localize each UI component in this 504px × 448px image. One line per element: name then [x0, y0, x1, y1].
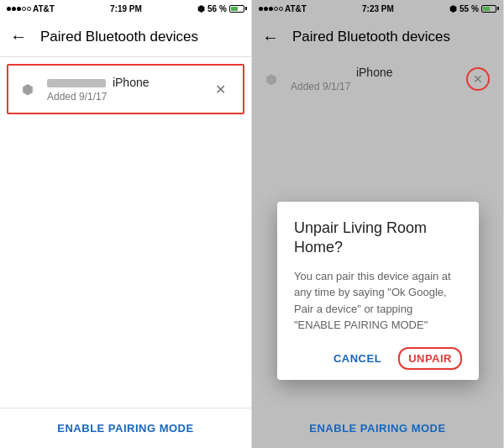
time-right: 7:23 PM	[362, 4, 394, 13]
device-name-blurred-right	[291, 69, 349, 77]
device-item-left[interactable]: ⬢ iPhone Added 9/1/17 ✕	[7, 64, 244, 114]
footer-left: ENABLE PAIRING MODE	[0, 408, 251, 448]
rdot5	[279, 7, 283, 11]
battery-fill-right	[483, 7, 490, 11]
battery-icon-left	[229, 5, 244, 13]
battery-icon-right	[481, 5, 496, 13]
dialog-title: Unpair Living Room Home?	[294, 219, 462, 258]
rdot3	[269, 7, 273, 11]
device-added-right: Added 9/1/17	[291, 81, 466, 92]
device-info-left: iPhone Added 9/1/17	[47, 76, 212, 103]
status-bar-left: AT&T 7:19 PM ⬢ 56%	[0, 0, 251, 17]
cancel-button[interactable]: CANCEL	[330, 349, 385, 368]
dot2	[12, 7, 16, 11]
dot3	[17, 7, 21, 11]
content-left: ⬢ iPhone Added 9/1/17 ✕	[0, 57, 251, 408]
dot4	[22, 7, 26, 11]
device-added-left: Added 9/1/17	[47, 91, 212, 103]
status-right-carrier: AT&T	[259, 4, 307, 13]
bluetooth-status-icon: ⬢	[197, 4, 205, 13]
status-icons-right: ⬢ 55%	[449, 4, 496, 13]
page-title-left: Paired Bluetooth devices	[40, 29, 244, 45]
back-button-left[interactable]: ←	[7, 24, 30, 50]
time-left: 7:19 PM	[110, 4, 142, 13]
bluetooth-icon-left: ⬢	[22, 82, 34, 98]
device-info-right: iPhone Added 9/1/17	[291, 66, 466, 92]
panel-right: AT&T 7:23 PM ⬢ 55% ← Paired Bluetooth de…	[252, 0, 504, 448]
rdot2	[264, 7, 268, 11]
back-button-right[interactable]: ←	[259, 24, 282, 50]
dialog-body: You can pair this device again at any ti…	[294, 268, 462, 334]
unpair-dialog: Unpair Living Room Home? You can pair th…	[277, 202, 479, 380]
enable-pairing-button-left[interactable]: ENABLE PAIRING MODE	[57, 422, 193, 435]
battery-fill-left	[231, 7, 238, 11]
footer-right: ENABLE PAIRING MODE	[252, 408, 503, 448]
device-name-left: iPhone	[47, 76, 212, 89]
enable-pairing-button-right[interactable]: ENABLE PAIRING MODE	[309, 422, 445, 435]
device-row-right: ⬢ iPhone Added 9/1/17 ✕	[252, 57, 503, 101]
device-name-blurred-left	[47, 79, 106, 87]
panel-left: AT&T 7:19 PM ⬢ 56% ← Paired Bluetooth de…	[0, 0, 252, 448]
status-bar-right: AT&T 7:23 PM ⬢ 55%	[252, 0, 503, 17]
bluetooth-icon-row-right: ⬢	[265, 71, 277, 87]
unpair-button[interactable]: UNPAIR	[398, 347, 462, 370]
signal-dots	[7, 7, 31, 11]
status-right-left: ⬢ 56%	[197, 4, 244, 13]
dialog-actions: CANCEL UNPAIR	[294, 347, 462, 370]
rdot1	[259, 7, 263, 11]
rdot4	[274, 7, 278, 11]
page-title-right: Paired Bluetooth devices	[292, 29, 496, 45]
remove-device-button-left[interactable]: ✕	[212, 78, 229, 101]
app-bar-left: ← Paired Bluetooth devices	[0, 17, 251, 57]
remove-device-button-right[interactable]: ✕	[466, 67, 490, 91]
battery-pct-left: 56	[207, 4, 217, 13]
signal-dots-right	[259, 7, 283, 11]
status-left: AT&T	[7, 4, 55, 13]
device-name-right: iPhone	[291, 66, 466, 79]
carrier-right: AT&T	[285, 4, 307, 13]
carrier-left: AT&T	[33, 4, 55, 13]
dot1	[7, 7, 11, 11]
content-right: Unpair Living Room Home? You can pair th…	[252, 101, 503, 408]
dot5	[27, 7, 31, 11]
battery-pct-right: 55	[459, 4, 469, 13]
app-bar-right: ← Paired Bluetooth devices	[252, 17, 503, 57]
bluetooth-icon-status-right: ⬢	[449, 4, 457, 13]
